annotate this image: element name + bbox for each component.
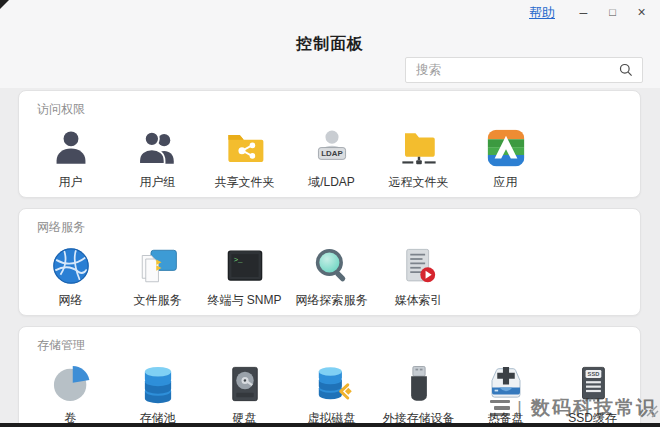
remote-folder-icon [398,127,440,169]
volume-icon [50,363,92,405]
panel-item-label: 网络 [59,292,83,309]
svg-text:LDAP: LDAP [321,149,342,158]
user-icon [50,127,92,169]
minimize-button[interactable]: – [569,3,598,22]
section-card-0: 访问权限用户用户组共享文件夹LDAP域/LDAP远程文件夹应用 [18,90,641,198]
panel-item-label: 文件服务 [134,292,182,309]
panel-item-remote-folder[interactable]: 远程文件夹 [375,127,462,191]
watermark-separator: | [517,397,524,419]
application-icon [485,127,527,169]
panel-item-label: 网络探索服务 [296,292,368,309]
help-link[interactable]: 帮助 [529,4,555,22]
panel-item-label: 应用 [494,174,518,191]
external-storage-icon [398,363,440,405]
network-discovery-icon [311,245,353,287]
panel-item-label: 用户 [59,174,83,191]
panel-item-application[interactable]: 应用 [462,127,549,191]
panel-item-label: 域/LDAP [308,174,355,191]
storage-pool-icon [137,363,179,405]
panel-item-storage-pool[interactable]: 存储池 [114,363,201,427]
panel-item-domain-ldap[interactable]: LDAP域/LDAP [288,127,375,191]
section-items: 用户用户组共享文件夹LDAP域/LDAP远程文件夹应用 [27,127,549,191]
screenshot-bottom-edge [0,423,660,427]
cards: 访问权限用户用户组共享文件夹LDAP域/LDAP远程文件夹应用网络服务网络文件服… [18,90,641,427]
hdd-icon [224,363,266,405]
close-button[interactable]: × [627,3,656,22]
svg-text:>_: >_ [233,256,242,264]
panel-item-hdd[interactable]: 硬盘 [201,363,288,427]
panel-item-file-service[interactable]: 文件服务 [114,245,201,309]
resize-handle-icon[interactable] [643,402,659,422]
search-box[interactable] [405,57,643,83]
watermark-logo [490,400,510,417]
watermark: | 数码科技常识 [490,395,657,421]
section-title: 网络服务 [37,219,85,236]
section-card-1: 网络服务网络文件服务>_终端与 SNMP网络探索服务媒体索引 [18,208,641,316]
domain-ldap-icon: LDAP [311,127,353,169]
watermark-text: 数码科技常识 [531,395,657,421]
panel-item-media-index[interactable]: 媒体索引 [375,245,462,309]
window-titlebar: 帮助 – □ × [529,3,656,22]
search-input[interactable] [414,62,618,78]
panel-item-network-discovery[interactable]: 网络探索服务 [288,245,375,309]
search-icon[interactable] [618,62,634,78]
panel-item-label: 终端与 SNMP [207,292,281,309]
virtual-disk-icon [311,363,353,405]
terminal-snmp-icon: >_ [224,245,266,287]
section-title: 存储管理 [37,337,85,354]
panel-item-user[interactable]: 用户 [27,127,114,191]
shared-folder-icon [224,127,266,169]
panel-item-shared-folder[interactable]: 共享文件夹 [201,127,288,191]
network-icon [50,245,92,287]
panel-item-volume[interactable]: 卷 [27,363,114,427]
panel-item-label: 远程文件夹 [389,174,449,191]
page-title: 控制面板 [0,34,660,55]
panel-item-terminal-snmp[interactable]: >_终端与 SNMP [201,245,288,309]
svg-text:SSD: SSD [587,371,599,377]
file-service-icon [137,245,179,287]
panel-item-network[interactable]: 网络 [27,245,114,309]
panel-item-virtual-disk[interactable]: 虚拟磁盘 [288,363,375,427]
panel-item-label: 共享文件夹 [215,174,275,191]
section-title: 访问权限 [37,101,85,118]
screenshot-corner-artifact [0,0,9,9]
section-items: 网络文件服务>_终端与 SNMP网络探索服务媒体索引 [27,245,462,309]
media-index-icon [398,245,440,287]
panel-item-external-storage[interactable]: 外接存储设备 [375,363,462,427]
maximize-button[interactable]: □ [598,3,627,22]
user-group-icon [137,127,179,169]
panel-item-label: 媒体索引 [395,292,443,309]
panel-item-user-group[interactable]: 用户组 [114,127,201,191]
panel-item-label: 用户组 [140,174,176,191]
